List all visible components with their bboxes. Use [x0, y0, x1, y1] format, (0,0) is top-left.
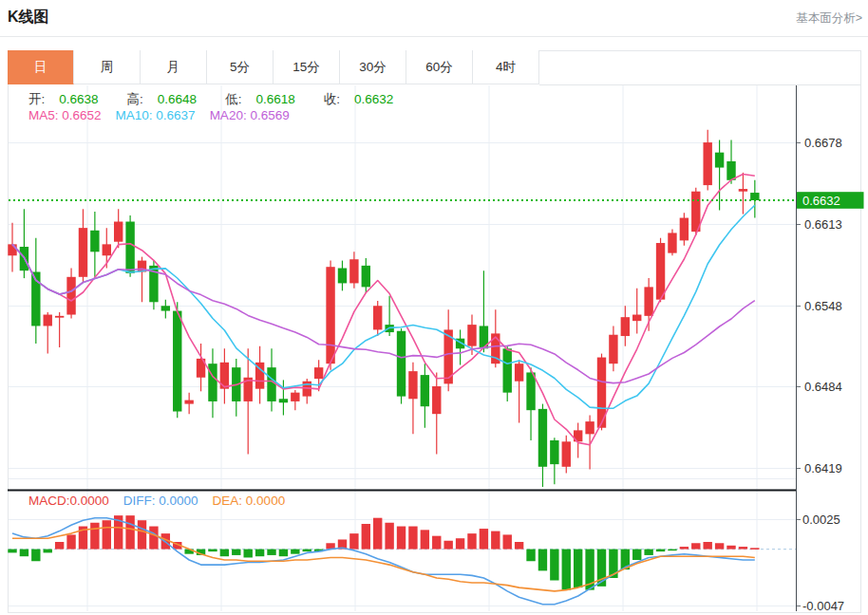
current-price-label: 0.6632	[802, 194, 840, 208]
tab-60分[interactable]: 60分	[406, 50, 473, 84]
ohlc-item: 开:0.6638	[28, 92, 113, 106]
macd-legend: MACD:0.0000DIFF: 0.0000DEA: 0.0000	[28, 494, 299, 508]
price-axis-label: 0.6678	[804, 136, 842, 150]
ma-legend: MA5: 0.6652MA10: 0.6637MA20: 0.6569	[28, 108, 304, 122]
ma-item: MA20: 0.6569	[210, 108, 290, 122]
kline-app: 0.66780.66130.65480.64840.64190.0025-0.0…	[0, 0, 868, 615]
tab-5分[interactable]: 5分	[207, 50, 274, 84]
tabbar-filler	[539, 50, 860, 85]
tab-4时[interactable]: 4时	[473, 50, 539, 84]
price-axis-label: 0.6548	[804, 299, 842, 313]
tab-周[interactable]: 周	[74, 50, 141, 84]
tab-日[interactable]: 日	[8, 50, 74, 84]
ohlc-item: 低:0.6618	[225, 92, 310, 106]
tab-30分[interactable]: 30分	[340, 50, 406, 84]
fundamental-analysis-link[interactable]: 基本面分析>	[796, 10, 862, 27]
macd-item: DEA: 0.0000	[213, 494, 286, 508]
ma-item: MA10: 0.6637	[116, 108, 196, 122]
header-divider	[0, 36, 868, 37]
macd-axis-label: 0.0025	[802, 512, 840, 527]
macd-item: MACD:0.0000	[28, 494, 109, 508]
page-title: K线图	[8, 8, 49, 28]
interval-tabs: 日周月5分15分30分60分4时	[8, 50, 860, 85]
price-axis-label: 0.6613	[804, 217, 842, 232]
ohlc-item: 收:0.6632	[324, 92, 408, 106]
tab-月[interactable]: 月	[141, 50, 207, 84]
macd-axis-label: -0.0047	[802, 599, 844, 613]
price-axis-label: 0.6419	[804, 461, 842, 475]
ma-item: MA5: 0.6652	[28, 108, 102, 122]
tab-15分[interactable]: 15分	[274, 50, 340, 84]
ohlc-legend: 开:0.6638高:0.6648低:0.6618收:0.6632	[28, 91, 422, 108]
price-axis-label: 0.6484	[804, 380, 842, 394]
macd-chart-area[interactable]	[9, 492, 796, 611]
main-chart-area[interactable]	[9, 85, 796, 490]
macd-item: DIFF: 0.0000	[123, 494, 198, 508]
ohlc-item: 高:0.6648	[127, 92, 212, 106]
